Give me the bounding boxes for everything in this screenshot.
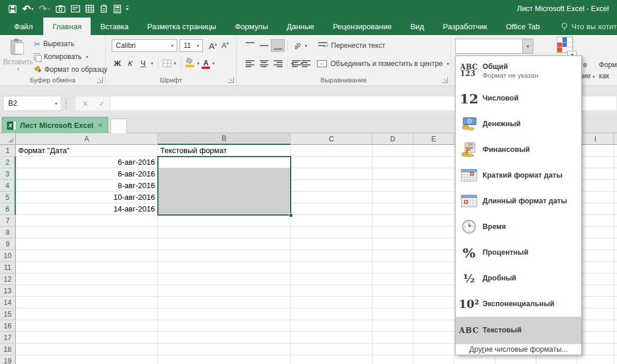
column-header-B[interactable]: B <box>158 133 291 145</box>
cell-9[interactable] <box>614 238 617 250</box>
cell-I9[interactable] <box>577 238 614 250</box>
cell-I1[interactable] <box>577 145 614 157</box>
cell-I4[interactable] <box>577 180 614 192</box>
format-option-percent[interactable]: %Процентный <box>456 240 581 265</box>
cell-C14[interactable] <box>291 297 373 308</box>
cell-E8[interactable] <box>413 227 454 238</box>
document-tab-new[interactable] <box>111 119 127 133</box>
fill-handle[interactable] <box>289 213 293 217</box>
cell-E13[interactable] <box>413 285 454 297</box>
cell-I18[interactable] <box>577 344 614 355</box>
cell-I16[interactable] <box>577 320 614 332</box>
column-header-C[interactable]: C <box>291 133 373 145</box>
attach-icon[interactable] <box>100 2 108 15</box>
cell-C8[interactable] <box>291 227 373 238</box>
more-number-formats-link[interactable]: Другие числовые форматы... <box>456 344 581 355</box>
cell-D7[interactable] <box>373 215 413 227</box>
calculator-icon[interactable] <box>113 2 121 15</box>
decrease-indent-button[interactable]: ◂ <box>290 57 300 70</box>
row-header-7[interactable]: 7 <box>0 215 16 227</box>
cell-3[interactable] <box>614 168 617 180</box>
row-header-5[interactable]: 5 <box>0 192 16 203</box>
fill-color-icon[interactable] <box>185 58 195 68</box>
cell-D15[interactable] <box>373 308 413 320</box>
row-header-10[interactable]: 10 <box>0 250 16 262</box>
cell-D12[interactable] <box>373 273 413 285</box>
row-header-16[interactable]: 16 <box>0 320 16 332</box>
cell-E16[interactable] <box>413 320 454 332</box>
format-option-text[interactable]: ABCТекстовый <box>456 317 581 344</box>
copy-button[interactable]: Копировать ▾ <box>34 51 108 62</box>
cell-B7[interactable] <box>158 215 291 227</box>
clipboard-dialog-launcher[interactable] <box>97 77 103 83</box>
cell-12[interactable] <box>614 273 617 285</box>
cell-B15[interactable] <box>158 308 291 320</box>
cell-C9[interactable] <box>291 238 373 250</box>
name-box-caret-icon[interactable]: ▾ <box>55 101 57 106</box>
ribbon-tab-данные[interactable]: Данные <box>277 18 323 35</box>
cell-B9[interactable] <box>158 238 291 250</box>
cell-I17[interactable] <box>577 332 614 344</box>
paste-button[interactable]: Вставить ▾ <box>5 39 32 76</box>
cell-I14[interactable] <box>577 297 614 308</box>
fill-color-caret-icon[interactable]: ▾ <box>197 61 200 66</box>
alignment-dialog-launcher[interactable] <box>442 77 448 83</box>
cell-I3[interactable] <box>577 168 614 180</box>
number-format-caret-icon[interactable]: ▾ <box>522 39 533 53</box>
cell-10[interactable] <box>614 250 617 262</box>
underline-caret-icon[interactable]: ▾ <box>150 61 154 66</box>
cell-E12[interactable] <box>413 273 454 285</box>
cell-E10[interactable] <box>413 250 454 262</box>
format-option-currency[interactable]: Денежный <box>456 111 581 137</box>
cell-B19[interactable] <box>158 355 291 364</box>
cut-button[interactable]: ✂ Вырезать <box>34 39 108 49</box>
cell-13[interactable] <box>614 285 617 297</box>
font-size-combo[interactable]: 11 ▾ <box>180 39 203 52</box>
cell-D11[interactable] <box>373 262 413 273</box>
row-header-17[interactable]: 17 <box>0 332 16 344</box>
increase-indent-button[interactable]: ▸ <box>300 57 310 70</box>
orientation-button[interactable]: ab <box>290 39 304 52</box>
orientation-caret-icon[interactable]: ▾ <box>304 43 308 48</box>
cell-7[interactable] <box>614 215 617 227</box>
cell-19[interactable] <box>614 355 617 364</box>
cell-D9[interactable] <box>373 238 413 250</box>
cell-B13[interactable] <box>158 285 291 297</box>
cell-17[interactable] <box>614 332 617 344</box>
cell-A12[interactable] <box>16 273 158 285</box>
cell-G19[interactable] <box>495 355 536 364</box>
format-option-fraction[interactable]: ½Дробный <box>456 265 581 291</box>
align-center-button[interactable] <box>257 57 271 70</box>
cell-E6[interactable] <box>413 203 454 215</box>
cell-A11[interactable] <box>16 262 158 273</box>
document-tab-close-icon[interactable]: ✕ <box>98 122 103 129</box>
cell-A17[interactable] <box>16 332 158 344</box>
cell-B16[interactable] <box>158 320 291 332</box>
cell-C10[interactable] <box>291 250 373 262</box>
name-box[interactable]: B2 ▾ <box>3 96 61 111</box>
cell-A2[interactable]: 6-авг-2016 <box>16 157 158 168</box>
cell-2[interactable] <box>614 157 617 168</box>
font-color-icon[interactable]: А <box>202 59 210 67</box>
cell-E18[interactable] <box>413 344 454 355</box>
cell-D4[interactable] <box>373 180 413 192</box>
cell-C1[interactable] <box>291 145 373 157</box>
row-header-6[interactable]: 6 <box>0 203 16 215</box>
cell-D16[interactable] <box>373 320 413 332</box>
format-option-accounting[interactable]: 123Финансовый <box>456 137 581 162</box>
cell-E17[interactable] <box>413 332 454 344</box>
ribbon-tab-вставка[interactable]: Вставка <box>91 18 137 35</box>
borders-icon[interactable] <box>163 60 171 67</box>
cell-A6[interactable]: 14-авг-2016 <box>16 203 158 215</box>
cell-D6[interactable] <box>373 203 413 215</box>
cell-C15[interactable] <box>291 308 373 320</box>
cell-D18[interactable] <box>373 344 413 355</box>
cell-C2[interactable] <box>291 157 373 168</box>
font-dialog-launcher[interactable] <box>228 77 234 83</box>
cell-C3[interactable] <box>291 168 373 180</box>
cell-D2[interactable] <box>373 157 413 168</box>
row-header-8[interactable]: 8 <box>0 227 16 238</box>
cell-E5[interactable] <box>413 192 454 203</box>
cell-C16[interactable] <box>291 320 373 332</box>
cell-E15[interactable] <box>413 308 454 320</box>
